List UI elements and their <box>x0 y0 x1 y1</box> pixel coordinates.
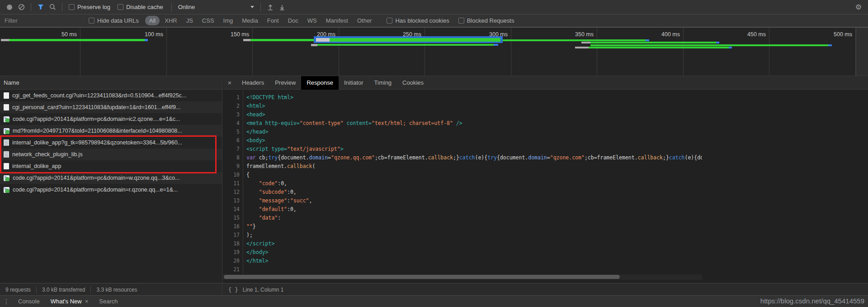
line-number: 19 <box>223 248 240 257</box>
tab-initiator[interactable]: Initiator <box>339 76 369 90</box>
request-name: code.cgi?appid=20141&platform=pc&domain=… <box>13 187 178 193</box>
horizontal-scrollbar[interactable] <box>223 274 702 280</box>
table-row[interactable]: internal_dolike_app <box>0 160 222 172</box>
code-line: <!DOCTYPE html> <box>246 93 702 102</box>
filter-type-xhr[interactable]: XHR <box>160 16 181 25</box>
arrow-down-icon <box>279 4 285 10</box>
preserve-log-checkbox[interactable] <box>69 4 75 10</box>
code-token: "qzone.qq.com" <box>331 154 375 161</box>
filter-type-font[interactable]: Font <box>263 16 283 25</box>
tab-cookies[interactable]: Cookies <box>397 76 429 90</box>
code-token: <body> <box>246 137 265 144</box>
code-token: </body> <box>246 249 268 255</box>
code-line: <meta http-equiv="content-type" content=… <box>246 119 702 128</box>
blocked-requests-checkbox[interactable] <box>458 18 464 24</box>
has-blocked-cookies-checkbox[interactable] <box>387 18 392 24</box>
drawer-tab-search[interactable]: Search <box>94 296 123 307</box>
code-token: > <box>340 146 344 152</box>
line-number: 1 <box>223 93 240 102</box>
close-icon[interactable]: × <box>85 298 89 305</box>
drawer-tab-console[interactable]: Console <box>13 296 45 307</box>
timeline-gridline <box>252 28 253 76</box>
filter-funnel-icon <box>38 4 44 10</box>
filter-toggle-button[interactable] <box>35 1 47 13</box>
table-row[interactable]: code.cgi?appid=20141&platform=pc&domain=… <box>0 172 222 184</box>
doc-file-icon <box>4 104 9 110</box>
waterfall-bar <box>590 42 717 43</box>
record-button[interactable] <box>4 1 15 13</box>
toolbar-separator <box>62 3 62 11</box>
close-icon[interactable]: × <box>223 79 236 86</box>
preserve-log-option[interactable]: Preserve log <box>69 4 110 10</box>
waterfall-bar <box>145 39 148 41</box>
name-column-header[interactable]: Name <box>0 76 222 90</box>
line-number: 5 <box>223 128 240 136</box>
filter-type-doc[interactable]: Doc <box>284 16 302 25</box>
filter-type-other[interactable]: Other <box>353 16 376 25</box>
filter-type-manifest[interactable]: Manifest <box>322 16 352 25</box>
drawer-tab-what-s-new[interactable]: What's New× <box>45 296 94 307</box>
has-blocked-cookies-option[interactable]: Has blocked cookies <box>387 17 449 24</box>
settings-gear-icon[interactable]: ⚙ <box>855 3 862 11</box>
code-token: = <box>547 154 550 161</box>
export-har-button[interactable] <box>276 1 288 13</box>
filter-type-ws[interactable]: WS <box>303 16 321 25</box>
waterfall-bar <box>494 44 498 46</box>
code-token: "text/html; charset=utf-8" <box>372 120 453 126</box>
table-row[interactable]: internal_dolike_app?g_tk=985798942&qzone… <box>0 137 222 149</box>
code-token: domain <box>309 154 328 161</box>
code-line: </script> <box>246 240 702 248</box>
line-number: 2 <box>223 102 240 110</box>
table-row[interactable]: cgi_get_feeds_count.cgi?uin=1223411083&r… <box>0 90 222 101</box>
response-source-viewer[interactable]: 123456789101112131415161718192021 <!DOCT… <box>223 90 702 273</box>
waterfall-bar <box>729 47 732 48</box>
line-number: 20 <box>223 257 240 265</box>
waterfall-bar <box>1 39 9 41</box>
code-token: domain <box>528 154 547 161</box>
tab-timing[interactable]: Timing <box>369 76 397 90</box>
hide-data-urls-option[interactable]: Hide data URLs <box>89 17 139 24</box>
table-row[interactable]: network_check_plugin_lib.js <box>0 149 222 160</box>
disable-cache-checkbox[interactable] <box>118 4 123 10</box>
code-token: <!DOCTYPE html> <box>246 94 293 101</box>
filter-type-all[interactable]: All <box>145 16 160 25</box>
status-bar: 9 requests3.0 kB transferred3.3 kB resou… <box>0 283 868 295</box>
table-row[interactable]: md?fromId=204971707&toId=211006088&inter… <box>0 125 222 137</box>
tab-preview[interactable]: Preview <box>269 76 301 90</box>
import-har-button[interactable] <box>264 1 276 13</box>
timeline-tick-label: 50 ms <box>61 31 80 38</box>
hide-data-urls-label: Hide data URLs <box>97 17 139 24</box>
filter-type-js[interactable]: JS <box>182 16 197 25</box>
clear-button[interactable] <box>15 1 27 13</box>
table-row[interactable]: cgi_personal_card?uin=1223411083&fupdate… <box>0 101 222 113</box>
line-number: 3 <box>223 110 240 119</box>
hide-data-urls-checkbox[interactable] <box>89 18 94 24</box>
tab-response[interactable]: Response <box>301 76 339 90</box>
table-row[interactable]: code.cgi?appid=20141&platform=pc&domain=… <box>0 184 222 196</box>
blocked-requests-option[interactable]: Blocked Requests <box>458 17 514 24</box>
search-button[interactable] <box>47 1 58 13</box>
code-line <box>246 265 702 273</box>
code-token: :0, <box>278 180 287 187</box>
filter-type-img[interactable]: Img <box>219 16 237 25</box>
code-token: "subcode" <box>259 189 287 195</box>
code-token: ;cb=frameElement. <box>585 154 638 161</box>
throttling-select[interactable]: Online <box>178 4 254 10</box>
disable-cache-option[interactable]: Disable cache <box>118 4 163 10</box>
chevron-down-icon <box>250 6 254 8</box>
kebab-menu-icon[interactable]: ⋮ <box>0 298 13 305</box>
code-line: <script type="text/javascript"> <box>246 145 702 154</box>
braces-icon[interactable]: { } <box>223 287 243 293</box>
filter-type-media[interactable]: Media <box>238 16 262 25</box>
network-overview-timeline[interactable]: 50 ms100 ms150 ms200 ms250 ms300 ms350 m… <box>0 27 868 76</box>
waterfall-bar <box>9 39 145 41</box>
tab-headers[interactable]: Headers <box>236 76 269 90</box>
preserve-log-label: Preserve log <box>77 4 110 10</box>
waterfall-bar <box>330 38 500 42</box>
filter-type-css[interactable]: CSS <box>198 16 218 25</box>
throttling-value: Online <box>178 4 195 10</box>
table-row[interactable]: code.cgi?appid=20141&platform=pc&domain=… <box>0 113 222 125</box>
filter-input[interactable] <box>5 17 77 24</box>
scrollbar-thumb[interactable] <box>224 275 620 279</box>
clear-icon <box>18 4 25 10</box>
